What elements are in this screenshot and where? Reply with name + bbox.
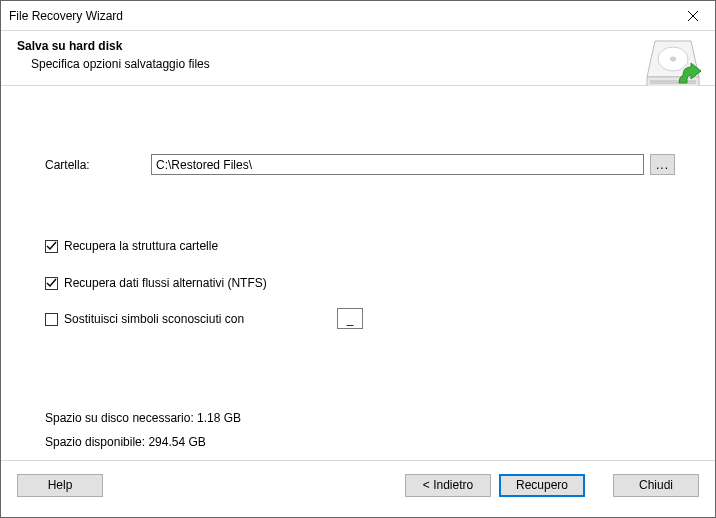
disk-space-available: Spazio disponibile: 294.54 GB [45,435,206,449]
help-button[interactable]: Help [17,474,103,497]
wizard-body: Cartella: ... Recupera la struttura cart… [1,86,715,460]
checkbox-recover-ads[interactable]: Recupera dati flussi alternativi (NTFS) [45,276,267,290]
replace-char-input[interactable] [337,308,363,329]
page-title: Salva su hard disk [17,39,699,53]
checkbox-label: Sostituisci simboli sconosciuti con [64,312,244,326]
folder-row: Cartella: ... [45,154,675,175]
checkbox-recover-structure[interactable]: Recupera la struttura cartelle [45,239,218,253]
checkbox-label: Recupera la struttura cartelle [64,239,218,253]
svg-rect-4 [650,80,696,84]
wizard-header: Salva su hard disk Specifica opzioni sal… [1,31,715,86]
disk-space-required: Spazio su disco necessario: 1.18 GB [45,411,241,425]
close-button[interactable]: Chiudi [613,474,699,497]
back-button[interactable]: < Indietro [405,474,491,497]
recover-button[interactable]: Recupero [499,474,585,497]
titlebar: File Recovery Wizard [1,1,715,31]
page-subtitle: Specifica opzioni salvataggio files [31,57,699,71]
wizard-footer: Help < Indietro Recupero Chiudi [1,460,715,509]
checkbox-label: Recupera dati flussi alternativi (NTFS) [64,276,267,290]
checkbox-icon[interactable] [45,277,58,290]
close-icon[interactable] [670,1,715,30]
checkbox-icon[interactable] [45,313,58,326]
folder-label: Cartella: [45,158,145,172]
checkbox-replace-symbols[interactable]: Sostituisci simboli sconosciuti con [45,312,244,326]
window-title: File Recovery Wizard [9,9,123,23]
svg-point-3 [670,57,676,62]
checkbox-icon[interactable] [45,240,58,253]
hard-disk-icon [645,35,703,93]
folder-input[interactable] [151,154,644,175]
browse-button[interactable]: ... [650,154,675,175]
